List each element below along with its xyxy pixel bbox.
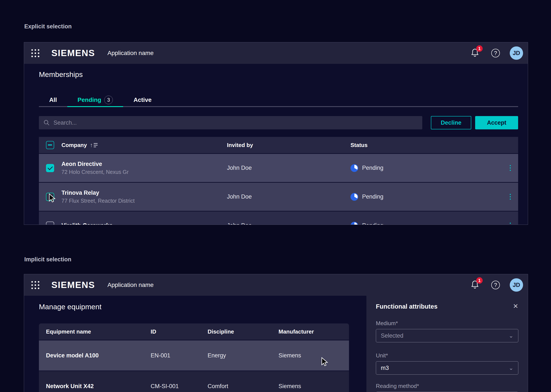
chevron-down-icon: ⌄	[509, 334, 513, 337]
sort-icon: ↑	[90, 142, 98, 148]
select-value: m3	[381, 365, 509, 371]
invited-by-cell: John Doe	[227, 222, 350, 225]
pending-status-icon	[350, 193, 358, 201]
equipment-name-cell: Network Unit X42	[46, 383, 151, 390]
column-manufacturer: Manufacturer	[279, 328, 345, 335]
discipline-cell: Energy	[208, 352, 279, 359]
company-name: Virelith Coreworks	[62, 222, 227, 225]
row-checkbox-checked[interactable]	[46, 164, 54, 172]
row-menu-kebab-icon[interactable]	[509, 193, 512, 201]
siemens-logo: SIEMENS	[51, 48, 95, 58]
table-header: Equipment name ID Discipline Manufacture…	[39, 323, 349, 340]
avatar[interactable]: JD	[510, 278, 523, 292]
section-label-implicit: Implicit selection	[24, 256, 71, 263]
company-address: 72 Holo Crescent, Nexus Gr	[62, 169, 227, 175]
avatar[interactable]: JD	[510, 46, 523, 60]
decline-button[interactable]: Decline	[431, 116, 471, 129]
field-medium: Medium* Selected ⌄	[376, 320, 518, 342]
tab-pending[interactable]: Pending 3	[67, 94, 123, 107]
tab-bar: All Pending 3 Active	[39, 94, 518, 107]
close-icon[interactable]: ✕	[513, 303, 518, 309]
notifications-button[interactable]: 1	[471, 280, 479, 290]
unit-select[interactable]: m3 ⌄	[376, 361, 518, 375]
app-name: Application name	[107, 50, 154, 56]
section-label-explicit: Explicit selection	[24, 23, 72, 30]
chevron-down-icon: ⌄	[509, 367, 513, 370]
table-row[interactable]: Device model A100 EN-001 Energy Siemens	[39, 340, 349, 371]
panel-title: Functional attributes	[376, 303, 438, 310]
column-company[interactable]: Company ↑	[62, 142, 227, 148]
manufacturer-cell: Siemens	[279, 383, 345, 390]
company-address: 77 Flux Street, Reactor District	[62, 198, 227, 204]
page-title: Manage equipment	[39, 303, 366, 311]
field-label: Unit*	[376, 352, 518, 359]
tab-all[interactable]: All	[39, 94, 67, 107]
accept-button[interactable]: Accept	[475, 116, 518, 129]
table-row[interactable]: Virelith Coreworks John Doe Pending	[39, 211, 518, 225]
functional-attributes-panel: Functional attributes ✕ Medium* Selected…	[366, 296, 528, 392]
company-name: Trinova Relay	[62, 189, 227, 196]
notifications-button[interactable]: 1	[471, 48, 479, 58]
notification-badge: 1	[476, 45, 483, 52]
id-cell: CM-SI-001	[151, 383, 208, 390]
column-equipment-name: Equipment name	[46, 328, 151, 335]
search-icon	[43, 119, 50, 126]
app-header: SIEMENS Application name 1 ? JD	[24, 274, 528, 296]
row-checkbox-unchecked[interactable]	[46, 222, 54, 225]
search-input[interactable]	[54, 119, 418, 126]
field-label: Reading method*	[376, 383, 518, 389]
app-header: SIEMENS Application name 1 ? JD	[24, 42, 528, 64]
siemens-logo: SIEMENS	[51, 280, 95, 290]
company-name: Aeon Directive	[62, 161, 227, 168]
row-checkbox-hovered[interactable]	[46, 193, 54, 201]
search-box[interactable]	[39, 116, 422, 129]
canvas: Explicit selection SIEMENS Application n…	[0, 0, 551, 392]
status-cell: Pending	[350, 193, 503, 201]
help-icon[interactable]: ?	[491, 281, 500, 289]
field-unit: Unit* m3 ⌄	[376, 352, 518, 375]
row-menu-kebab-icon[interactable]	[509, 164, 512, 172]
table-row[interactable]: Aeon Directive 72 Holo Crescent, Nexus G…	[39, 154, 518, 182]
equipment-name-cell: Device model A100	[46, 352, 151, 359]
id-cell: EN-001	[151, 352, 208, 359]
app-name: Application name	[107, 281, 154, 288]
column-id: ID	[151, 328, 208, 335]
invited-by-cell: John Doe	[227, 193, 350, 200]
table-row[interactable]: Network Unit X42 CM-SI-001 Comfort Sieme…	[39, 371, 349, 392]
column-status: Status	[350, 142, 503, 148]
column-invited-by: Invited by	[227, 142, 350, 148]
app-launcher-icon[interactable]	[31, 49, 39, 57]
pending-count-badge: 3	[104, 96, 113, 104]
status-cell: Pending	[350, 222, 503, 225]
pending-status-icon	[350, 222, 358, 225]
row-menu-kebab-icon[interactable]	[509, 222, 512, 225]
page-title: Memberships	[39, 70, 518, 79]
discipline-cell: Comfort	[208, 383, 279, 390]
status-cell: Pending	[350, 164, 503, 172]
memberships-window: SIEMENS Application name 1 ? JD Membersh…	[24, 42, 528, 225]
equipment-table: Equipment name ID Discipline Manufacture…	[39, 323, 349, 392]
field-reading-method: Reading method* ⌄	[376, 383, 518, 392]
invited-by-cell: John Doe	[227, 165, 350, 171]
notification-badge: 1	[476, 277, 483, 284]
pending-status-icon	[350, 164, 358, 172]
column-discipline: Discipline	[208, 328, 279, 335]
help-icon[interactable]: ?	[491, 49, 500, 57]
tab-active[interactable]: Active	[123, 94, 162, 107]
table-row[interactable]: Trinova Relay 77 Flux Street, Reactor Di…	[39, 183, 518, 211]
select-all-checkbox[interactable]	[46, 141, 54, 149]
equipment-window: SIEMENS Application name 1 ? JD Manage e…	[24, 274, 528, 392]
app-launcher-icon[interactable]	[31, 281, 39, 289]
table-header: Company ↑ Invited by Status	[39, 137, 518, 153]
manufacturer-cell: Siemens	[279, 352, 345, 359]
select-value: Selected	[381, 332, 509, 339]
field-label: Medium*	[376, 320, 518, 327]
memberships-table: Company ↑ Invited by Status	[39, 137, 518, 225]
medium-select[interactable]: Selected ⌄	[376, 329, 518, 342]
